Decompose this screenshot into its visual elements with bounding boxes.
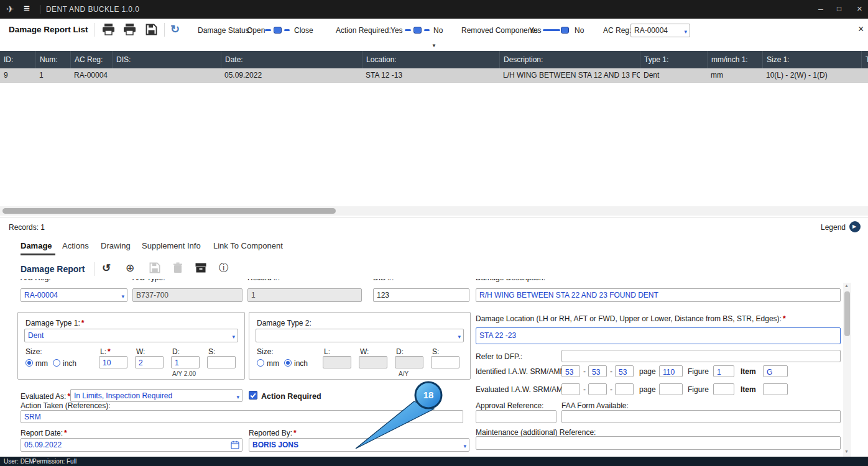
evaluated-section-field[interactable]: [588, 383, 607, 395]
record-number-field: 1: [247, 288, 362, 302]
menu-icon[interactable]: ≡: [24, 2, 30, 15]
form-scrollbar-thumb[interactable]: [844, 291, 850, 336]
separator: [95, 23, 95, 37]
faa-form-available-field[interactable]: [561, 410, 841, 423]
calendar-icon[interactable]: [231, 441, 239, 452]
ay-ratio-label: A/Y 2.00: [172, 370, 196, 377]
save-record-icon[interactable]: [149, 262, 160, 275]
depth-field[interactable]: 1: [171, 356, 200, 368]
length-field[interactable]: 10: [99, 356, 127, 368]
tab-actions[interactable]: Actions: [62, 241, 89, 250]
report-date-field[interactable]: 05.09.2022: [21, 438, 242, 452]
damage-status-toggle[interactable]: [265, 27, 290, 34]
column-header-id[interactable]: ID:: [0, 51, 35, 68]
action-required-checkbox[interactable]: [249, 391, 257, 400]
removed-components-toggle[interactable]: [543, 27, 570, 34]
restore-button[interactable]: □: [837, 4, 841, 13]
maintenance-reference-label: Maintenance (additional) Reference:: [476, 428, 596, 437]
item-label: Item: [741, 385, 756, 394]
save-icon[interactable]: [145, 24, 157, 37]
tab-drawing[interactable]: Drawing: [101, 241, 131, 250]
evaluated-as-combobox[interactable]: In Limits, Inspection Required ▾: [70, 389, 242, 402]
ac-reg-label-clipped: A/C Reg:: [21, 279, 95, 284]
damage-description-field[interactable]: R/H WING BETWEEN STA 22 AND 23 FOUND DEN…: [476, 288, 841, 302]
evaluated-page-field[interactable]: [659, 383, 683, 395]
column-header-date[interactable]: Date:: [221, 51, 362, 68]
damage-type2-combobox[interactable]: ▾: [256, 329, 464, 342]
column-header-mm-inch1[interactable]: mm/inch 1:: [707, 51, 762, 68]
horizontal-scrollbar-thumb[interactable]: [2, 208, 336, 214]
scroll-down-icon[interactable]: ▼: [844, 449, 849, 454]
inch-radio[interactable]: [53, 359, 60, 367]
column-header-type1[interactable]: Type 1:: [640, 51, 707, 68]
refer-to-dfp-field[interactable]: [561, 350, 841, 362]
refresh-icon[interactable]: ↻: [170, 22, 180, 36]
horizontal-scrollbar[interactable]: [0, 206, 868, 216]
column-header-num[interactable]: Num:: [35, 51, 70, 68]
legend-button[interactable]: ▶: [849, 221, 861, 232]
column-header-description[interactable]: Description:: [499, 51, 640, 68]
approval-reference-field[interactable]: [476, 410, 556, 423]
identified-item-field[interactable]: G: [763, 365, 788, 377]
identified-subject-field[interactable]: 53: [615, 365, 634, 377]
info-icon[interactable]: ⓘ: [219, 262, 229, 275]
scroll-up-icon[interactable]: ▲: [844, 283, 849, 288]
column-header-size1[interactable]: Size 1:: [762, 51, 861, 68]
tab-supplement-info[interactable]: Supplement Info: [142, 241, 201, 250]
l-label: L:*: [100, 347, 111, 356]
reported-by-label: Reported By:*: [249, 429, 297, 437]
statusbar-user: User: DEM: [4, 458, 34, 465]
minimize-button[interactable]: –: [818, 4, 823, 14]
ac-reg-combobox[interactable]: RA-00004 ▾: [21, 288, 127, 302]
identified-section-field[interactable]: 53: [588, 365, 607, 377]
evaluated-figure-field[interactable]: [713, 383, 734, 395]
ac-reg-filter-combobox[interactable]: RA-00004 ▾: [630, 24, 690, 37]
refer-to-dfp-label: Refer to DFP.:: [476, 352, 522, 361]
evaluated-subject-field[interactable]: [615, 383, 634, 395]
damage-type1-combobox[interactable]: Dent ▾: [24, 329, 238, 342]
add-record-icon[interactable]: ⊕: [126, 262, 134, 275]
s-field[interactable]: [207, 356, 236, 368]
damage-description-label-clipped: Damage Description:: [476, 279, 600, 284]
l-label: L:: [324, 347, 330, 356]
tab-link-to-component[interactable]: Link To Component: [213, 241, 283, 250]
print-all-icon[interactable]: [123, 24, 136, 37]
column-header-location[interactable]: Location:: [362, 51, 499, 68]
splitter-bar[interactable]: ▼: [0, 41, 868, 52]
identified-page-field[interactable]: 110: [659, 365, 683, 377]
table-row[interactable]: 9 1 RA-00004 05.09.2022 STA 12 -13 L/H W…: [0, 68, 868, 83]
evaluated-item-field[interactable]: [763, 383, 788, 395]
dis-number-field[interactable]: 123: [373, 288, 469, 302]
mm-radio[interactable]: [257, 359, 264, 367]
close-window-button[interactable]: ×: [857, 3, 862, 14]
mm-radio[interactable]: [25, 359, 33, 367]
action-required-toggle[interactable]: [405, 27, 430, 34]
print-icon[interactable]: [102, 24, 115, 37]
form-vertical-scrollbar[interactable]: ▲ ▼: [843, 283, 851, 457]
size-label: Size:: [257, 347, 274, 356]
chevron-down-icon: ▾: [684, 26, 687, 37]
action-required-label: Action Required:: [336, 26, 391, 35]
maintenance-reference-field[interactable]: [476, 436, 841, 450]
column-header-type2[interactable]: T: [861, 51, 868, 68]
splitter-collapse-icon[interactable]: ▼: [432, 43, 436, 48]
column-header-dis[interactable]: DIS:: [112, 51, 221, 68]
evaluated-as-value: In Limits, Inspection Required: [74, 391, 172, 400]
tab-damage[interactable]: Damage: [21, 241, 52, 250]
undo-icon[interactable]: ↺: [102, 262, 111, 275]
column-header-ac-reg[interactable]: AC Reg:: [70, 51, 112, 68]
chevron-down-icon: ▾: [458, 331, 461, 342]
identified-chapter-field[interactable]: 53: [561, 365, 580, 377]
dash: -: [583, 367, 586, 376]
s-field[interactable]: [431, 356, 459, 368]
identified-figure-field[interactable]: 1: [713, 365, 734, 377]
width-field[interactable]: 2: [135, 356, 164, 368]
print-report-icon[interactable]: [195, 263, 206, 275]
record-label-clipped: Record #:: [247, 279, 322, 284]
close-list-button[interactable]: ×: [858, 24, 864, 35]
action-required-checkbox-label: Action Required: [261, 392, 321, 401]
damage-location-field[interactable]: STA 22 -23: [476, 327, 841, 344]
evaluated-chapter-field[interactable]: [561, 383, 580, 395]
delete-record-icon[interactable]: [173, 262, 183, 275]
inch-radio[interactable]: [284, 359, 292, 367]
